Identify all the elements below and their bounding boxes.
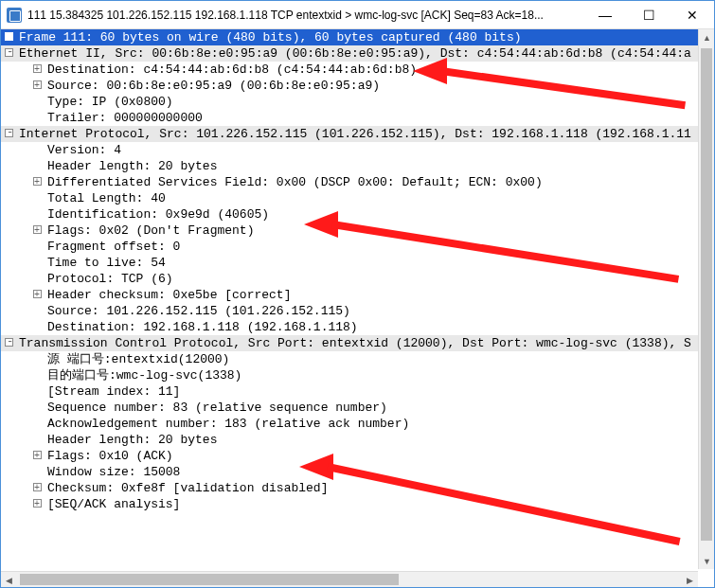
tree-row[interactable]: Header length: 20 bytes bbox=[1, 158, 714, 174]
collapse-icon[interactable] bbox=[5, 48, 13, 57]
horizontal-scrollbar[interactable]: ◀ ▶ bbox=[1, 571, 698, 587]
ip-dsf: Differentiated Services Field: 0x00 (DSC… bbox=[47, 175, 543, 189]
spacer-icon bbox=[33, 145, 42, 153]
tree-row[interactable]: Sequence number: 83 (relative sequence n… bbox=[1, 400, 714, 416]
spacer-icon bbox=[33, 209, 42, 218]
vertical-scrollbar[interactable]: ▲ ▼ bbox=[698, 29, 714, 569]
spacer-icon bbox=[33, 419, 42, 427]
tcp-src-port: 源 端口号:entextxid(12000) bbox=[47, 352, 229, 366]
tree-row[interactable]: Trailer: 000000000000 bbox=[1, 110, 714, 126]
tcp-stream: [Stream index: 11] bbox=[47, 384, 180, 399]
eth-source: Source: 00:6b:8e:e0:95:a9 (00:6b:8e:e0:9… bbox=[47, 79, 380, 93]
tree-row[interactable]: Version: 4 bbox=[1, 142, 714, 158]
collapse-icon[interactable] bbox=[5, 338, 13, 347]
tcp-summary: Transmission Control Protocol, Src Port:… bbox=[19, 336, 691, 350]
tree-row[interactable]: Differentiated Services Field: 0x00 (DSC… bbox=[1, 174, 714, 190]
spacer-icon bbox=[33, 258, 42, 266]
tree-row[interactable]: Total Length: 40 bbox=[1, 190, 714, 206]
spacer-icon bbox=[33, 435, 42, 443]
ip-header[interactable]: Internet Protocol, Src: 101.226.152.115 … bbox=[1, 126, 714, 142]
ip-identification: Identification: 0x9e9d (40605) bbox=[47, 207, 269, 222]
tcp-ack: Acknowledgement number: 183 (relative ac… bbox=[47, 417, 409, 431]
ip-summary: Internet Protocol, Src: 101.226.152.115 … bbox=[19, 127, 691, 141]
window-controls: — ☐ ✕ bbox=[583, 1, 714, 29]
scroll-down-icon[interactable]: ▼ bbox=[699, 553, 715, 569]
spacer-icon bbox=[33, 274, 42, 282]
expand-icon[interactable] bbox=[5, 32, 13, 41]
tree-row[interactable]: Flags: 0x02 (Don't Fragment) bbox=[1, 223, 714, 239]
tree-row[interactable]: Window size: 15008 bbox=[1, 464, 714, 480]
expand-icon[interactable] bbox=[33, 290, 42, 298]
tree-row[interactable]: Source: 101.226.152.115 (101.226.152.115… bbox=[1, 303, 714, 319]
spacer-icon bbox=[33, 354, 42, 363]
spacer-icon bbox=[33, 402, 42, 411]
expand-icon[interactable] bbox=[33, 225, 42, 234]
expand-icon[interactable] bbox=[33, 483, 42, 491]
tcp-header[interactable]: Transmission Control Protocol, Src Port:… bbox=[1, 335, 714, 351]
tree-row[interactable]: Header checksum: 0xe5be [correct] bbox=[1, 287, 714, 303]
spacer-icon bbox=[33, 467, 42, 475]
scroll-right-icon[interactable]: ▶ bbox=[682, 572, 698, 588]
tree-row[interactable]: [SEQ/ACK analysis] bbox=[1, 496, 714, 512]
expand-icon[interactable] bbox=[33, 80, 42, 89]
ip-destination: Destination: 192.168.1.118 (192.168.1.11… bbox=[47, 320, 358, 334]
scroll-left-icon[interactable]: ◀ bbox=[1, 572, 17, 588]
ip-total-length: Total Length: 40 bbox=[47, 191, 166, 205]
tree-row[interactable]: Header length: 20 bytes bbox=[1, 432, 714, 448]
tcp-seq-ack: [SEQ/ACK analysis] bbox=[47, 497, 180, 511]
packet-details-pane[interactable]: Frame 111: 60 bytes on wire (480 bits), … bbox=[1, 29, 714, 569]
app-icon bbox=[7, 8, 22, 23]
titlebar: 111 15.384325 101.226.152.115 192.168.1.… bbox=[1, 1, 714, 29]
collapse-icon[interactable] bbox=[5, 129, 13, 137]
close-button[interactable]: ✕ bbox=[670, 1, 714, 29]
scrollbar-thumb[interactable] bbox=[20, 574, 399, 585]
tree-row[interactable]: Destination: 192.168.1.118 (192.168.1.11… bbox=[1, 319, 714, 335]
spacer-icon bbox=[33, 241, 42, 250]
maximize-button[interactable]: ☐ bbox=[627, 1, 670, 29]
frame-summary: Frame 111: 60 bytes on wire (480 bits), … bbox=[19, 30, 522, 45]
tree-row[interactable]: 源 端口号:entextxid(12000) bbox=[1, 351, 714, 367]
ip-flags: Flags: 0x02 (Don't Fragment) bbox=[47, 223, 254, 238]
tcp-flags: Flags: 0x10 (ACK) bbox=[47, 449, 173, 463]
tree-row[interactable]: [Stream index: 11] bbox=[1, 383, 714, 400]
ip-version: Version: 4 bbox=[47, 143, 121, 157]
ethernet-header[interactable]: Ethernet II, Src: 00:6b:8e:e0:95:a9 (00:… bbox=[1, 45, 714, 62]
tree-row[interactable]: Protocol: TCP (6) bbox=[1, 271, 714, 287]
tcp-header-length: Header length: 20 bytes bbox=[47, 433, 217, 447]
spacer-icon bbox=[33, 386, 42, 395]
tree-row[interactable]: Acknowledgement number: 183 (relative ac… bbox=[1, 416, 714, 432]
ip-protocol: Protocol: TCP (6) bbox=[47, 272, 173, 286]
spacer-icon bbox=[33, 322, 42, 330]
expand-icon[interactable] bbox=[33, 499, 42, 508]
tcp-seq: Sequence number: 83 (relative sequence n… bbox=[47, 401, 387, 415]
tcp-dst-port: 目的端口号:wmc-log-svc(1338) bbox=[47, 368, 241, 383]
frame-header[interactable]: Frame 111: 60 bytes on wire (480 bits), … bbox=[1, 29, 714, 45]
eth-type: Type: IP (0x0800) bbox=[47, 95, 173, 109]
tcp-checksum: Checksum: 0xfe8f [validation disabled] bbox=[47, 481, 328, 495]
tree-row[interactable]: Identification: 0x9e9d (40605) bbox=[1, 206, 714, 223]
spacer-icon bbox=[33, 370, 42, 379]
tcp-window: Window size: 15008 bbox=[47, 465, 180, 479]
ip-source: Source: 101.226.152.115 (101.226.152.115… bbox=[47, 304, 350, 318]
expand-icon[interactable] bbox=[33, 64, 42, 73]
tree-row[interactable]: Time to live: 54 bbox=[1, 255, 714, 271]
tree-row[interactable]: Destination: c4:54:44:ab:6d:b8 (c4:54:44… bbox=[1, 62, 714, 78]
expand-icon[interactable] bbox=[33, 177, 42, 186]
ip-fragment-offset: Fragment offset: 0 bbox=[47, 240, 180, 254]
minimize-button[interactable]: — bbox=[583, 1, 627, 29]
tree-row[interactable]: Flags: 0x10 (ACK) bbox=[1, 448, 714, 464]
spacer-icon bbox=[33, 113, 42, 121]
spacer-icon bbox=[33, 161, 42, 169]
window-title: 111 15.384325 101.226.152.115 192.168.1.… bbox=[27, 9, 583, 22]
expand-icon[interactable] bbox=[33, 451, 42, 459]
tree-row[interactable]: Type: IP (0x0800) bbox=[1, 94, 714, 110]
scroll-up-icon[interactable]: ▲ bbox=[699, 29, 715, 45]
tree-row[interactable]: Fragment offset: 0 bbox=[1, 239, 714, 255]
scrollbar-thumb[interactable] bbox=[701, 48, 712, 541]
tree-row[interactable]: 目的端口号:wmc-log-svc(1338) bbox=[1, 367, 714, 383]
tree-row[interactable]: Source: 00:6b:8e:e0:95:a9 (00:6b:8e:e0:9… bbox=[1, 78, 714, 94]
ethernet-summary: Ethernet II, Src: 00:6b:8e:e0:95:a9 (00:… bbox=[19, 46, 691, 61]
tree-row[interactable]: Checksum: 0xfe8f [validation disabled] bbox=[1, 480, 714, 496]
eth-destination: Destination: c4:54:44:ab:6d:b8 (c4:54:44… bbox=[47, 62, 417, 77]
ip-header-length: Header length: 20 bytes bbox=[47, 159, 217, 173]
